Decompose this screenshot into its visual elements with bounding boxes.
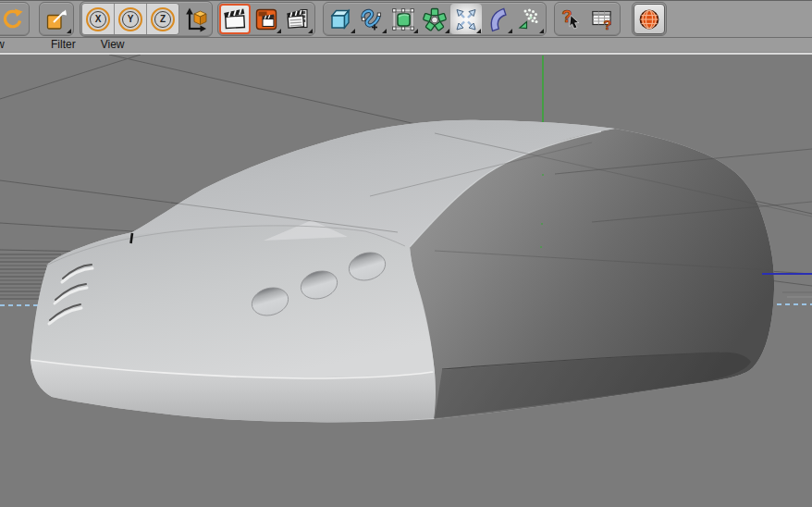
blue-cube-icon: [327, 6, 353, 32]
lock-x-axis-button[interactable]: X: [82, 4, 114, 34]
model-front-panel: [31, 226, 435, 377]
viewport[interactable]: [0, 55, 812, 506]
rotate-arrows-icon: [0, 6, 25, 32]
add-deformer-button[interactable]: [482, 4, 513, 34]
four-arrows-icon: [453, 6, 479, 32]
toolbar-group-axes: X Y Z: [80, 1, 213, 37]
axis-cube-icon: [182, 6, 208, 32]
z-axis-ring-icon: Z: [151, 7, 175, 31]
add-expansion-button[interactable]: [450, 4, 482, 34]
spline-curve-icon: [359, 6, 385, 32]
command-table-button[interactable]: ?: [587, 4, 619, 34]
orange-clapperboard-icon: [253, 6, 279, 32]
menu-item-clipped[interactable]: w: [0, 38, 16, 52]
globe-icon: [636, 6, 662, 32]
model-tick-mark: [131, 233, 133, 243]
z-axis-label: Z: [154, 11, 171, 28]
x-axis-ring-icon: X: [86, 7, 110, 31]
toolbar-group-render: [217, 2, 315, 36]
help-button[interactable]: ?: [556, 4, 587, 34]
svg-text:?: ?: [604, 18, 612, 32]
add-primitive-button[interactable]: [325, 4, 356, 34]
scale-tool-button[interactable]: [41, 4, 72, 34]
add-array-button[interactable]: [419, 4, 450, 34]
add-particles-button[interactable]: [513, 4, 545, 34]
question-cursor-icon: ?: [559, 6, 584, 32]
lock-z-axis-button[interactable]: Z: [146, 4, 178, 34]
toolbar-group-rotate: [0, 2, 30, 36]
toolbar-group-objects: [323, 2, 547, 36]
scale-square-icon: [43, 6, 69, 32]
add-spline-button[interactable]: [356, 4, 388, 34]
render-view-button[interactable]: [219, 4, 251, 34]
menu-item-view[interactable]: View: [97, 38, 129, 52]
viewport-menu-bar: w Filter View: [0, 38, 812, 53]
table-question-icon: ?: [590, 6, 616, 32]
bend-wedge-icon: [485, 6, 511, 32]
green-cube-flower-icon: [422, 6, 448, 32]
network-render-button[interactable]: [634, 4, 665, 34]
toolbar-group-help: ? ?: [554, 2, 621, 36]
x-axis-label: X: [90, 11, 106, 28]
coordinate-system-button[interactable]: [179, 4, 211, 34]
add-hypernurbs-button[interactable]: [388, 4, 419, 34]
lock-y-axis-button[interactable]: Y: [114, 4, 146, 34]
toolbar-group-net: [632, 2, 667, 36]
particle-dots-icon: [516, 6, 542, 32]
y-axis-ring-icon: Y: [118, 7, 142, 31]
main-toolbar: X Y Z: [0, 0, 812, 38]
render-picture-viewer-button[interactable]: [251, 4, 282, 34]
axis-lock-buttons: X Y Z: [81, 3, 179, 35]
render-settings-button[interactable]: [282, 4, 314, 34]
caged-green-cube-icon: [390, 6, 416, 32]
clapperboard-stack-icon: [285, 6, 311, 32]
clapperboard-icon: [222, 6, 248, 32]
rotate-tool-button[interactable]: [0, 4, 28, 34]
toolbar-group-scale: [39, 2, 74, 36]
y-axis-label: Y: [122, 11, 139, 28]
menu-item-filter[interactable]: Filter: [47, 38, 80, 52]
